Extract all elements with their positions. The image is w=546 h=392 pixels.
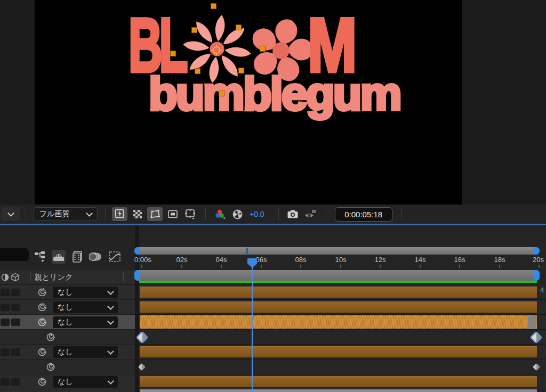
- resolution-dropdown[interactable]: フル画質: [34, 207, 98, 221]
- property-row[interactable]: [0, 330, 135, 345]
- track-matte-box[interactable]: [11, 378, 20, 386]
- track-matte-box[interactable]: [11, 318, 20, 326]
- layer-row[interactable]: [0, 389, 135, 392]
- property-track-row: [139, 330, 546, 345]
- selection-handle[interactable]: [260, 46, 266, 52]
- blend-mode-box[interactable]: [1, 378, 10, 386]
- blend-mode-box[interactable]: [1, 348, 10, 356]
- parent-dropdown[interactable]: なし: [53, 316, 118, 328]
- mini-flowchart-button[interactable]: [33, 250, 47, 264]
- exposure-value[interactable]: +0.0: [250, 210, 264, 218]
- work-area-end-handle[interactable]: [534, 270, 540, 281]
- track-matte-box[interactable]: [11, 348, 20, 356]
- pickwhip-icon[interactable]: [46, 363, 55, 371]
- pickwhip-icon[interactable]: [38, 288, 46, 297]
- shutter-icon: [232, 209, 243, 219]
- ruler-label: 18s: [494, 256, 505, 264]
- layer-row[interactable]: なし: [0, 300, 135, 315]
- checkerboard-icon: [133, 209, 142, 219]
- ruler-label: 04s: [216, 256, 227, 264]
- parent-dropdown[interactable]: なし: [53, 346, 118, 358]
- layer-bar[interactable]: [140, 376, 537, 387]
- timecode-value: 0:00:05:18: [344, 210, 382, 219]
- show-channel-button[interactable]: [212, 207, 228, 221]
- reset-exposure-button[interactable]: [230, 207, 245, 221]
- selection-handle[interactable]: [238, 68, 244, 74]
- time-navigator-bar[interactable]: [134, 247, 540, 255]
- layer-row[interactable]: なし: [0, 374, 135, 389]
- layer-columns-header: 親とリンク: [0, 269, 135, 284]
- timeline-panel: 親とリンク なし なし なし なし: [0, 225, 546, 392]
- marker-fragment: 4: [540, 286, 544, 294]
- layer-row[interactable]: なし: [0, 345, 135, 360]
- ruler-tick: [142, 265, 142, 268]
- blend-mode-box[interactable]: [1, 289, 10, 296]
- keyframe-diamond[interactable]: [533, 363, 540, 371]
- layer-outpoint-handle[interactable]: [528, 316, 536, 329]
- ruler-label: 10s: [335, 256, 347, 264]
- mask-visibility-button[interactable]: [147, 207, 163, 221]
- keyframe-diamond-selected[interactable]: [529, 331, 542, 344]
- navigator-end-handle[interactable]: [534, 247, 540, 255]
- track-matte-box[interactable]: [11, 289, 20, 296]
- snapshot-button[interactable]: [285, 207, 301, 221]
- work-area-start-handle[interactable]: [134, 270, 140, 281]
- viewer-menu-button[interactable]: [1, 207, 20, 221]
- show-snapshot-button[interactable]: [303, 207, 318, 221]
- shy-layers-button[interactable]: [52, 250, 66, 264]
- ruler-label: 02s: [176, 256, 188, 264]
- selection-handle[interactable]: [195, 68, 200, 74]
- selection-handle[interactable]: [170, 51, 176, 56]
- resolution-value: フル画質: [39, 209, 70, 219]
- pickwhip-icon[interactable]: [38, 378, 46, 386]
- motion-blur-button[interactable]: [89, 250, 103, 264]
- layer-row-selected[interactable]: なし: [0, 315, 135, 330]
- 3d-cube-column-icon: [11, 273, 20, 282]
- region-of-interest-button[interactable]: [165, 207, 180, 221]
- column-divider: [30, 273, 31, 281]
- parent-dropdown[interactable]: なし: [53, 376, 118, 388]
- layer-bar-selected[interactable]: [140, 315, 537, 329]
- composition-canvas[interactable]: BL M bumblegu: [35, 0, 462, 205]
- selection-handle[interactable]: [211, 3, 216, 9]
- blend-mode-box[interactable]: [1, 318, 10, 326]
- pickwhip-icon[interactable]: [38, 348, 46, 356]
- playhead-line[interactable]: [252, 267, 253, 392]
- property-row[interactable]: [0, 360, 135, 374]
- layer-row[interactable]: なし: [0, 285, 135, 300]
- keyframe-diamond[interactable]: [138, 363, 146, 371]
- layer-bar[interactable]: [140, 389, 537, 392]
- cached-frames-indicator: [139, 281, 537, 283]
- fast-previews-button[interactable]: [112, 207, 127, 221]
- selection-handle[interactable]: [236, 24, 242, 30]
- timeline-track-area: 0:00s 02s 04s 06s 08s 10s 12s 14s 16s 18…: [139, 225, 546, 392]
- anchor-point-icon[interactable]: [211, 45, 222, 55]
- pickwhip-icon[interactable]: [38, 303, 46, 312]
- transparency-grid-button[interactable]: [130, 207, 145, 221]
- parent-dropdown[interactable]: なし: [53, 301, 118, 313]
- blend-mode-box[interactable]: [1, 304, 10, 311]
- selection-handle[interactable]: [219, 91, 224, 96]
- selection-handle[interactable]: [191, 27, 197, 33]
- parent-dropdown[interactable]: なし: [53, 287, 118, 298]
- pickwhip-icon[interactable]: [38, 318, 46, 326]
- time-ruler[interactable]: 0:00s 02s 04s 06s 08s 10s 12s 14s 16s 18…: [139, 255, 546, 269]
- timeline-left-column: 親とリンク なし なし なし なし: [0, 225, 135, 392]
- layer-bar[interactable]: [140, 287, 537, 298]
- ruler-tick: [221, 265, 222, 268]
- timecode-field[interactable]: 0:00:05:18: [335, 207, 392, 222]
- rgb-channels-icon: [214, 209, 226, 219]
- ruler-tick: [500, 265, 500, 268]
- grid-guides-button[interactable]: [182, 207, 198, 221]
- comp-timecode-box[interactable]: [0, 248, 29, 261]
- ruler-tick: [460, 265, 460, 268]
- graph-editor-button[interactable]: [108, 250, 122, 264]
- navigator-start-handle[interactable]: [134, 247, 140, 255]
- work-area-bar[interactable]: [134, 270, 540, 281]
- frame-blending-button[interactable]: [70, 250, 84, 264]
- toolbar-divider: [205, 208, 206, 220]
- layer-bar[interactable]: [140, 346, 537, 357]
- pickwhip-icon[interactable]: [46, 333, 55, 341]
- track-matte-box[interactable]: [11, 304, 20, 311]
- layer-bar[interactable]: [140, 301, 537, 313]
